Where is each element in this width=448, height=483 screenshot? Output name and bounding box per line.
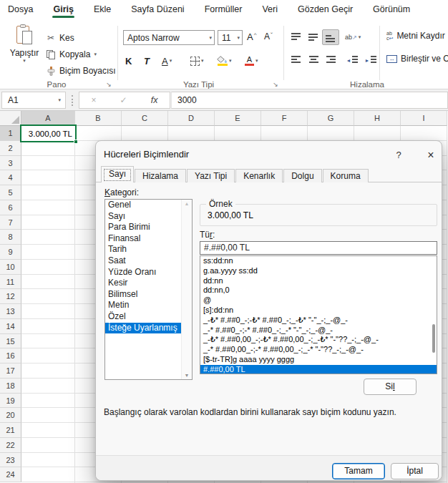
row-header[interactable]: 23 (0, 453, 21, 468)
row-header[interactable]: 22 (0, 438, 21, 453)
type-scrollbar-thumb[interactable] (432, 324, 435, 353)
type-option[interactable]: dd:nn,0 (200, 286, 437, 296)
bottom-align-button[interactable] (322, 29, 339, 45)
cancel-button[interactable]: İptal (391, 463, 439, 479)
ribbon-tab[interactable]: Gözden Geçir (297, 1, 354, 19)
cancel-entry-icon[interactable]: × (92, 95, 97, 105)
column-header[interactable]: A (21, 111, 75, 126)
row-header[interactable]: 1 (0, 126, 21, 141)
row-header[interactable]: 24 (0, 467, 21, 482)
row-header[interactable]: 8 (0, 230, 21, 245)
help-icon[interactable]: ? (390, 147, 407, 164)
confirm-entry-icon[interactable]: ✓ (120, 95, 127, 105)
row-header[interactable]: 6 (0, 200, 21, 215)
align-center-button[interactable] (305, 52, 322, 68)
name-box[interactable]: A1 ▾ (1, 92, 66, 109)
formula-input[interactable]: 3000 (171, 92, 448, 109)
row-header[interactable]: 7 (0, 215, 21, 230)
cut-button[interactable]: ✂ Kes (46, 31, 74, 45)
format-painter-button[interactable]: Biçim Boyacısı (46, 64, 116, 78)
dialog-tab[interactable]: Sayı (101, 166, 134, 182)
underline-button[interactable]: A ▾ (162, 53, 172, 69)
scroll-up-icon[interactable]: ▲ (182, 201, 192, 206)
type-option[interactable]: _-* #.##0,00_-;-* #.##0,00_-;_-* "-"??_-… (200, 345, 437, 355)
row-header[interactable]: 19 (0, 394, 21, 409)
category-item[interactable]: Sayı (105, 211, 192, 223)
type-option[interactable]: @ (200, 296, 437, 306)
close-icon[interactable]: × (422, 147, 440, 164)
dialog-tab[interactable]: Koruma (323, 169, 369, 182)
font-size-combo[interactable]: 11 ▾ (218, 30, 243, 45)
row-header[interactable]: 21 (0, 423, 21, 438)
ribbon-tab[interactable]: Ekle (93, 1, 112, 19)
category-item[interactable]: Saat (105, 255, 192, 267)
type-option[interactable]: #.##0,00 TL (200, 365, 437, 374)
select-all-corner[interactable] (0, 111, 21, 126)
font-color-button[interactable]: A ▾ (245, 53, 258, 69)
row-header[interactable]: 9 (0, 245, 21, 260)
paste-button[interactable]: Yapıştır ▾ (6, 24, 43, 79)
dialog-tab[interactable]: Dolgu (283, 169, 321, 182)
row-header[interactable]: 17 (0, 364, 21, 379)
column-header[interactable]: I (401, 111, 447, 126)
row-header[interactable]: 18 (0, 379, 21, 394)
category-item[interactable]: İsteğe Uyarlanmış (105, 323, 192, 334)
type-option[interactable]: ss:dd:nn (200, 256, 437, 266)
active-cell-a1[interactable]: 3.000,00 TL (20, 125, 77, 142)
font-name-combo[interactable]: Aptos Narrow ▾ (123, 30, 215, 45)
column-header[interactable]: E (215, 111, 261, 126)
align-right-button[interactable] (322, 52, 339, 68)
category-item[interactable]: Genel (105, 200, 192, 211)
merge-center-button[interactable]: ↔ Birleştir ve O (386, 54, 448, 64)
row-header[interactable]: 10 (0, 260, 21, 275)
italic-button[interactable]: T (144, 53, 150, 69)
type-option[interactable]: _-* #.##0_-;-* #.##0_-;_-* "-"_-;_-@_- (200, 326, 437, 336)
ribbon-tab[interactable]: Formüller (204, 1, 243, 19)
clipboard-dialog-launcher-icon[interactable]: ↘ (104, 80, 113, 89)
column-header[interactable]: H (354, 111, 401, 126)
scroll-down-icon[interactable]: ▼ (182, 373, 192, 378)
fill-handle[interactable] (74, 140, 78, 144)
row-header[interactable]: 2 (0, 141, 21, 156)
category-item[interactable]: Bilimsel (105, 289, 192, 301)
row-header[interactable]: 12 (0, 289, 21, 304)
wrap-text-button[interactable]: abc↩ Metni Kaydır (386, 31, 445, 41)
delete-button[interactable]: Sil (364, 379, 417, 395)
copy-button[interactable]: Kopyala ▾ (46, 47, 97, 62)
ribbon-tab[interactable]: Giriş (52, 1, 74, 19)
ribbon-tab[interactable]: Sayfa Düzeni (130, 1, 185, 19)
type-option[interactable]: [s]:dd:nn (200, 306, 437, 316)
dialog-tab[interactable]: Kenarlık (235, 169, 283, 182)
formula-bar-drag-handle[interactable] (72, 95, 73, 106)
category-item[interactable]: Kesir (105, 278, 192, 289)
category-item[interactable]: Özel (105, 311, 192, 323)
category-scrollbar[interactable]: ▲ ▼ (181, 200, 192, 379)
row-header[interactable]: 14 (0, 319, 21, 334)
column-header[interactable]: F (261, 111, 308, 126)
insert-function-icon[interactable]: fx (151, 95, 158, 105)
increase-indent-button[interactable]: ► (362, 52, 379, 68)
type-option[interactable]: dd:nn (200, 276, 437, 286)
ribbon-tab[interactable]: Dosya (7, 1, 34, 19)
category-item[interactable]: Para Birimi (105, 222, 192, 233)
ribbon-tab[interactable]: Veri (261, 1, 278, 19)
column-header[interactable]: G (308, 111, 354, 126)
decrease-font-size-button[interactable]: Aˇ (264, 31, 273, 46)
middle-align-button[interactable] (305, 29, 322, 45)
type-option[interactable]: _-₺* #.##0,00_-;-₺* #.##0,00_-;_-₺* "-"?… (200, 335, 437, 345)
top-align-button[interactable] (288, 29, 305, 45)
dialog-tab[interactable]: Hizalama (135, 169, 186, 182)
dialog-tab[interactable]: Yazı Tipi (187, 169, 235, 182)
type-option[interactable]: _-₺* #.##0_-;-₺* #.##0_-;_-₺* "-"_-;_-@_… (200, 316, 437, 326)
column-header[interactable]: D (168, 111, 215, 126)
column-header[interactable]: B (75, 111, 122, 126)
ok-button[interactable]: Tamam (332, 463, 385, 479)
orientation-button[interactable]: ab↗ ▾ (345, 29, 361, 45)
row-header[interactable]: 13 (0, 304, 21, 319)
fill-color-button[interactable]: ▾ (217, 53, 232, 69)
row-header[interactable]: 5 (0, 185, 21, 200)
row-header[interactable]: 11 (0, 275, 21, 290)
category-item[interactable]: Metin (105, 300, 192, 311)
type-input[interactable]: #.##0,00 TL (200, 241, 437, 255)
column-header[interactable]: C (122, 111, 168, 126)
